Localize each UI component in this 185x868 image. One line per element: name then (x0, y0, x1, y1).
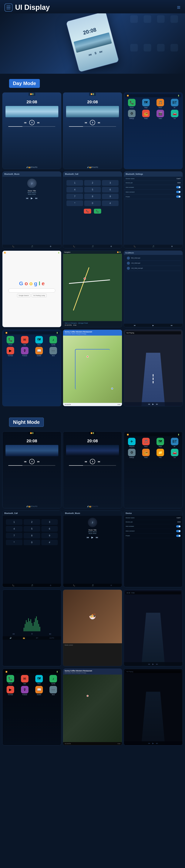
key-6[interactable]: 6 (102, 187, 118, 192)
next-button-2[interactable]: ⏭ (98, 121, 100, 124)
nl-music[interactable]: 🎵 Music (139, 438, 152, 447)
google-search-btn[interactable]: Google Search (17, 294, 30, 297)
wf-prev[interactable]: ⏮ (12, 632, 15, 635)
night-bt-play[interactable]: ▶ (91, 536, 94, 539)
google-search-bar[interactable] (8, 288, 55, 292)
night-cn2-next[interactable]: ⏭ (156, 742, 158, 744)
night-cnav-prev[interactable]: ⏮ (148, 663, 150, 665)
launcher-app-phone[interactable]: 📞 Phone (125, 99, 138, 108)
nl2-waze[interactable]: 🗺 Waze (33, 675, 46, 684)
key-3[interactable]: 3 (102, 180, 118, 186)
nl2-audible[interactable]: 📖 Audible (33, 686, 46, 695)
wf-next[interactable]: ⏭ (49, 632, 51, 635)
nk-4[interactable]: 4 (6, 526, 23, 532)
nl2-phone[interactable]: 📞 Phone (4, 675, 17, 684)
night-cnav-next[interactable]: ⏭ (156, 663, 158, 665)
nl-radio[interactable]: 📻 Radio (139, 449, 152, 458)
nk-hash[interactable]: # (41, 539, 58, 545)
launcher-app-settings[interactable]: ⚙ Settings (125, 110, 138, 119)
nk-7[interactable]: 7 (6, 533, 23, 538)
bt-next-btn[interactable]: ⏭ (35, 197, 38, 200)
launcher-app-bt[interactable]: BT BT (168, 99, 181, 108)
l2-yt[interactable]: ▶ YouTube (4, 347, 17, 356)
night-prev-1[interactable]: ⏮ (24, 460, 27, 463)
nk-0[interactable]: 0 (24, 539, 40, 545)
nk-9[interactable]: 9 (41, 533, 58, 538)
launcher-app-music[interactable]: 🎵 Music (154, 99, 167, 108)
nk-2[interactable]: 2 (24, 519, 40, 525)
nl-settings[interactable]: ⚙ Settings (125, 449, 138, 458)
key-5[interactable]: 5 (84, 187, 101, 192)
l2-spotify[interactable]: ♪ Spotify (47, 336, 60, 345)
l2-mail[interactable]: ✉ Mail (18, 336, 31, 345)
nk-star[interactable]: * (6, 539, 23, 545)
play-button-1[interactable]: ⏸ (29, 120, 34, 125)
key-hash[interactable]: # (102, 200, 118, 206)
key-8[interactable]: 8 (84, 194, 101, 199)
carnav-play[interactable]: ▶ (152, 403, 154, 405)
auto-answer-toggle[interactable] (176, 186, 181, 188)
nl2-mail[interactable]: ✉ Mail (18, 675, 31, 684)
nl2-podcast[interactable]: 🎙 Podcast (18, 686, 31, 695)
launcher-app-radio[interactable]: 📻 Radio (139, 110, 152, 119)
night-play-1[interactable]: ⏸ (29, 459, 34, 464)
l2-waze[interactable]: 🗺 Waze (33, 336, 46, 345)
prev-button-2[interactable]: ⏮ (85, 121, 87, 124)
l2-podcast[interactable]: 🎙 Podcast (18, 347, 31, 356)
key-star[interactable]: * (67, 200, 83, 206)
night-next-1[interactable]: ⏭ (37, 460, 40, 463)
nl2-spotify[interactable]: ♪ Spotify (47, 675, 60, 684)
key-2[interactable]: 2 (84, 180, 101, 186)
next-button-1[interactable]: ⏭ (37, 121, 40, 124)
key-0[interactable]: 0 (84, 200, 101, 206)
media-item-1[interactable]: 华东_2018.mp4 (125, 256, 181, 261)
answer-call-btn[interactable]: 📞 (94, 209, 101, 214)
night-cnav-play[interactable]: ▶ (152, 663, 154, 665)
key-7[interactable]: 7 (67, 194, 83, 199)
nk-5[interactable]: 5 (24, 526, 40, 532)
night-cn2-prev[interactable]: ⏮ (148, 742, 150, 744)
auto-connect-toggle[interactable] (176, 191, 181, 193)
l2-more[interactable]: ⋯ More (47, 347, 60, 356)
launcher-app-maps[interactable]: 🗺 Maps (139, 99, 152, 108)
l2-audible[interactable]: 📖 Audible (33, 347, 46, 356)
carnav-prev[interactable]: ⏮ (148, 403, 150, 405)
nl2-more[interactable]: ⋯ More (47, 686, 60, 695)
nl-bt[interactable]: BT BT (168, 438, 181, 447)
launcher-app-car[interactable]: 🚗 Car (168, 110, 181, 119)
bt-prev-btn[interactable]: ⏮ (26, 197, 28, 200)
key-9[interactable]: 9 (102, 194, 118, 199)
nl-maps[interactable]: 🗺 Maps (154, 438, 167, 447)
carnav-next[interactable]: ⏭ (156, 403, 158, 405)
nl2-yt[interactable]: ▶ YouTube (4, 686, 17, 695)
key-4[interactable]: 4 (67, 187, 83, 192)
bt-play-btn[interactable]: ▶ (31, 197, 33, 200)
power-toggle[interactable] (176, 195, 181, 198)
nk-1[interactable]: 1 (6, 519, 23, 525)
media-item-2[interactable]: 小东_3318.mp3 (125, 261, 181, 266)
end-call-btn[interactable]: 📞 (84, 209, 91, 214)
launcher-app-video[interactable]: 🎬 Video (154, 110, 167, 119)
nl-car[interactable]: 🚗 Car (168, 449, 181, 458)
wf-play[interactable]: ⏸ (31, 632, 33, 635)
menu-icon-button[interactable] (4, 4, 12, 11)
hamburger-menu-icon[interactable]: ≡ (177, 4, 181, 11)
night-bt-prev[interactable]: ⏮ (86, 536, 89, 539)
l2-phone[interactable]: 📞 Phone (4, 336, 17, 345)
night-auto-answer-toggle[interactable] (176, 525, 181, 528)
nl-telegram[interactable]: ✈ Telegram (125, 438, 138, 447)
nl-files[interactable]: 📁 Files (154, 449, 167, 458)
key-1[interactable]: 1 (67, 180, 83, 186)
night-power-toggle[interactable] (176, 535, 181, 537)
night-play-2[interactable]: ⏸ (90, 459, 95, 464)
nk-3[interactable]: 3 (41, 519, 58, 525)
night-next-2[interactable]: ⏭ (98, 460, 100, 463)
night-cn2-play[interactable]: ▶ (152, 742, 154, 744)
night-bt-next[interactable]: ⏭ (96, 536, 98, 539)
google-lucky-btn[interactable]: I'm Feeling Lucky (31, 294, 47, 297)
media-item-3[interactable]: 小东_3318_md.mp3 (125, 266, 181, 271)
night-prev-2[interactable]: ⏮ (85, 460, 87, 463)
nk-8[interactable]: 8 (24, 533, 40, 538)
prev-button-1[interactable]: ⏮ (24, 121, 27, 124)
nk-6[interactable]: 6 (41, 526, 58, 532)
